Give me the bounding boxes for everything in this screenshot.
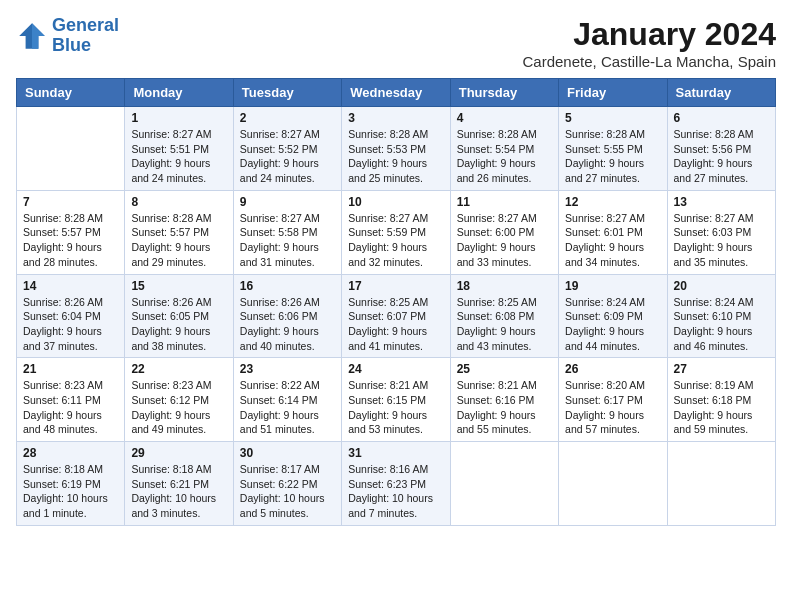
day-info: Sunrise: 8:21 AMSunset: 6:15 PMDaylight:…	[348, 379, 428, 435]
month-title: January 2024	[523, 16, 776, 53]
day-info: Sunrise: 8:21 AMSunset: 6:16 PMDaylight:…	[457, 379, 537, 435]
day-number: 1	[131, 111, 226, 125]
page-header: General Blue January 2024 Cardenete, Cas…	[16, 16, 776, 70]
day-number: 21	[23, 362, 118, 376]
day-info: Sunrise: 8:19 AMSunset: 6:18 PMDaylight:…	[674, 379, 754, 435]
logo-text: General Blue	[52, 16, 119, 56]
calendar-week-row: 1 Sunrise: 8:27 AMSunset: 5:51 PMDayligh…	[17, 107, 776, 191]
calendar-cell	[450, 442, 558, 526]
day-number: 6	[674, 111, 769, 125]
day-number: 14	[23, 279, 118, 293]
logo-icon	[16, 20, 48, 52]
calendar-cell: 3 Sunrise: 8:28 AMSunset: 5:53 PMDayligh…	[342, 107, 450, 191]
calendar-cell	[559, 442, 667, 526]
day-number: 4	[457, 111, 552, 125]
calendar-cell: 16 Sunrise: 8:26 AMSunset: 6:06 PMDaylig…	[233, 274, 341, 358]
day-info: Sunrise: 8:28 AMSunset: 5:54 PMDaylight:…	[457, 128, 537, 184]
calendar-cell: 27 Sunrise: 8:19 AMSunset: 6:18 PMDaylig…	[667, 358, 775, 442]
calendar-cell: 11 Sunrise: 8:27 AMSunset: 6:00 PMDaylig…	[450, 190, 558, 274]
day-number: 19	[565, 279, 660, 293]
calendar-cell: 17 Sunrise: 8:25 AMSunset: 6:07 PMDaylig…	[342, 274, 450, 358]
logo: General Blue	[16, 16, 119, 56]
day-number: 23	[240, 362, 335, 376]
calendar-cell: 8 Sunrise: 8:28 AMSunset: 5:57 PMDayligh…	[125, 190, 233, 274]
day-info: Sunrise: 8:27 AMSunset: 5:52 PMDaylight:…	[240, 128, 320, 184]
day-number: 24	[348, 362, 443, 376]
calendar-cell: 31 Sunrise: 8:16 AMSunset: 6:23 PMDaylig…	[342, 442, 450, 526]
day-number: 31	[348, 446, 443, 460]
day-info: Sunrise: 8:26 AMSunset: 6:04 PMDaylight:…	[23, 296, 103, 352]
calendar-table: SundayMondayTuesdayWednesdayThursdayFrid…	[16, 78, 776, 526]
day-info: Sunrise: 8:25 AMSunset: 6:08 PMDaylight:…	[457, 296, 537, 352]
day-number: 18	[457, 279, 552, 293]
day-info: Sunrise: 8:28 AMSunset: 5:56 PMDaylight:…	[674, 128, 754, 184]
calendar-header-row: SundayMondayTuesdayWednesdayThursdayFrid…	[17, 79, 776, 107]
calendar-cell: 2 Sunrise: 8:27 AMSunset: 5:52 PMDayligh…	[233, 107, 341, 191]
calendar-cell: 13 Sunrise: 8:27 AMSunset: 6:03 PMDaylig…	[667, 190, 775, 274]
location: Cardenete, Castille-La Mancha, Spain	[523, 53, 776, 70]
day-number: 15	[131, 279, 226, 293]
day-number: 8	[131, 195, 226, 209]
calendar-cell	[17, 107, 125, 191]
day-info: Sunrise: 8:28 AMSunset: 5:57 PMDaylight:…	[23, 212, 103, 268]
day-number: 27	[674, 362, 769, 376]
day-number: 5	[565, 111, 660, 125]
calendar-cell: 10 Sunrise: 8:27 AMSunset: 5:59 PMDaylig…	[342, 190, 450, 274]
day-info: Sunrise: 8:18 AMSunset: 6:21 PMDaylight:…	[131, 463, 216, 519]
calendar-cell: 25 Sunrise: 8:21 AMSunset: 6:16 PMDaylig…	[450, 358, 558, 442]
column-header-tuesday: Tuesday	[233, 79, 341, 107]
calendar-cell: 12 Sunrise: 8:27 AMSunset: 6:01 PMDaylig…	[559, 190, 667, 274]
calendar-cell: 4 Sunrise: 8:28 AMSunset: 5:54 PMDayligh…	[450, 107, 558, 191]
calendar-cell: 15 Sunrise: 8:26 AMSunset: 6:05 PMDaylig…	[125, 274, 233, 358]
calendar-cell: 5 Sunrise: 8:28 AMSunset: 5:55 PMDayligh…	[559, 107, 667, 191]
day-number: 2	[240, 111, 335, 125]
day-info: Sunrise: 8:18 AMSunset: 6:19 PMDaylight:…	[23, 463, 108, 519]
day-number: 26	[565, 362, 660, 376]
calendar-cell: 30 Sunrise: 8:17 AMSunset: 6:22 PMDaylig…	[233, 442, 341, 526]
day-number: 3	[348, 111, 443, 125]
day-number: 17	[348, 279, 443, 293]
calendar-cell: 23 Sunrise: 8:22 AMSunset: 6:14 PMDaylig…	[233, 358, 341, 442]
calendar-cell: 6 Sunrise: 8:28 AMSunset: 5:56 PMDayligh…	[667, 107, 775, 191]
day-number: 7	[23, 195, 118, 209]
day-number: 22	[131, 362, 226, 376]
day-info: Sunrise: 8:27 AMSunset: 6:00 PMDaylight:…	[457, 212, 537, 268]
day-number: 20	[674, 279, 769, 293]
column-header-thursday: Thursday	[450, 79, 558, 107]
calendar-cell: 29 Sunrise: 8:18 AMSunset: 6:21 PMDaylig…	[125, 442, 233, 526]
day-number: 16	[240, 279, 335, 293]
calendar-week-row: 14 Sunrise: 8:26 AMSunset: 6:04 PMDaylig…	[17, 274, 776, 358]
column-header-sunday: Sunday	[17, 79, 125, 107]
calendar-cell: 9 Sunrise: 8:27 AMSunset: 5:58 PMDayligh…	[233, 190, 341, 274]
column-header-saturday: Saturday	[667, 79, 775, 107]
calendar-cell: 21 Sunrise: 8:23 AMSunset: 6:11 PMDaylig…	[17, 358, 125, 442]
calendar-cell: 22 Sunrise: 8:23 AMSunset: 6:12 PMDaylig…	[125, 358, 233, 442]
day-info: Sunrise: 8:27 AMSunset: 5:59 PMDaylight:…	[348, 212, 428, 268]
calendar-cell: 18 Sunrise: 8:25 AMSunset: 6:08 PMDaylig…	[450, 274, 558, 358]
calendar-week-row: 7 Sunrise: 8:28 AMSunset: 5:57 PMDayligh…	[17, 190, 776, 274]
day-number: 28	[23, 446, 118, 460]
day-number: 13	[674, 195, 769, 209]
day-info: Sunrise: 8:27 AMSunset: 5:51 PMDaylight:…	[131, 128, 211, 184]
day-number: 11	[457, 195, 552, 209]
day-info: Sunrise: 8:17 AMSunset: 6:22 PMDaylight:…	[240, 463, 325, 519]
day-number: 10	[348, 195, 443, 209]
calendar-cell: 14 Sunrise: 8:26 AMSunset: 6:04 PMDaylig…	[17, 274, 125, 358]
day-info: Sunrise: 8:28 AMSunset: 5:55 PMDaylight:…	[565, 128, 645, 184]
column-header-wednesday: Wednesday	[342, 79, 450, 107]
day-info: Sunrise: 8:25 AMSunset: 6:07 PMDaylight:…	[348, 296, 428, 352]
day-number: 12	[565, 195, 660, 209]
column-header-friday: Friday	[559, 79, 667, 107]
calendar-cell: 7 Sunrise: 8:28 AMSunset: 5:57 PMDayligh…	[17, 190, 125, 274]
calendar-cell	[667, 442, 775, 526]
calendar-cell: 24 Sunrise: 8:21 AMSunset: 6:15 PMDaylig…	[342, 358, 450, 442]
calendar-cell: 28 Sunrise: 8:18 AMSunset: 6:19 PMDaylig…	[17, 442, 125, 526]
day-info: Sunrise: 8:16 AMSunset: 6:23 PMDaylight:…	[348, 463, 433, 519]
day-info: Sunrise: 8:24 AMSunset: 6:09 PMDaylight:…	[565, 296, 645, 352]
calendar-cell: 19 Sunrise: 8:24 AMSunset: 6:09 PMDaylig…	[559, 274, 667, 358]
svg-marker-1	[32, 23, 45, 49]
column-header-monday: Monday	[125, 79, 233, 107]
day-info: Sunrise: 8:27 AMSunset: 5:58 PMDaylight:…	[240, 212, 320, 268]
title-block: January 2024 Cardenete, Castille-La Manc…	[523, 16, 776, 70]
day-info: Sunrise: 8:28 AMSunset: 5:57 PMDaylight:…	[131, 212, 211, 268]
